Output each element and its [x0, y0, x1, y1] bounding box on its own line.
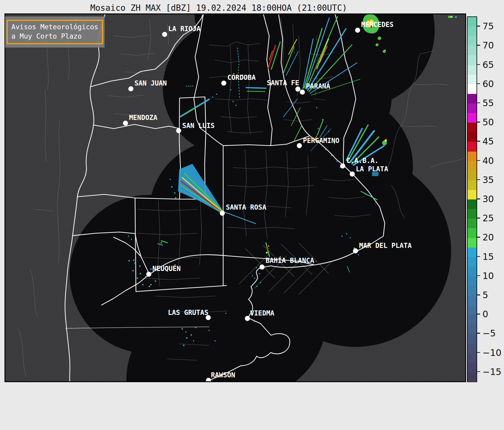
colorbar-segment	[468, 276, 477, 286]
colorbar-segment	[468, 75, 477, 84]
colorbar-tick-label: 20	[482, 232, 494, 243]
colorbar-segment	[468, 295, 477, 305]
colorbar-segment	[468, 286, 477, 295]
colorbar-tick-label: 25	[482, 213, 494, 223]
colorbar-tick-label: 5	[482, 290, 488, 300]
colorbar-segment	[468, 257, 477, 267]
colorbar-segment	[468, 152, 477, 161]
page-title: Mosaico ZH MAX [dBZ] 19.02.2024 18:00HOA…	[0, 3, 437, 13]
colorbar-segment	[468, 94, 477, 103]
city-marker	[221, 81, 226, 86]
colorbar-tick-label: −5	[482, 328, 496, 338]
colorbar-tick-label: 35	[482, 174, 494, 185]
warning-badge[interactable]: Avisos Meteorológicos a Muy Corto Plazo	[5, 16, 105, 48]
colorbar-segment	[468, 55, 477, 65]
city-label: MAR DEL PLATA	[359, 242, 412, 249]
colorbar-tick-mark	[477, 371, 480, 372]
colorbar-segment	[468, 324, 477, 334]
colorbar-segment	[468, 132, 477, 142]
colorbar-segment	[468, 315, 477, 324]
colorbar-tick-label: 50	[482, 117, 494, 127]
colorbar-tick-label: 75	[482, 21, 494, 31]
colorbar-segment	[468, 267, 477, 276]
colorbar-segment	[468, 17, 477, 27]
city-label: NEUQUÉN	[152, 264, 181, 272]
city-marker	[297, 143, 302, 148]
colorbar-segment	[468, 27, 477, 36]
city-marker	[176, 128, 181, 133]
colorbar-tick-mark	[477, 45, 480, 46]
city-label: PERGAMINO	[303, 137, 339, 144]
warning-badge-border: Avisos Meteorológicos a Muy Corto Plazo	[7, 20, 103, 44]
city-marker	[162, 32, 167, 37]
colorbar-segment	[468, 363, 477, 372]
city-marker	[123, 121, 128, 126]
warning-badge-line1: Avisos Meteorológicos	[11, 22, 98, 32]
colorbar-segment	[468, 248, 477, 257]
colorbar-tick-label: 70	[482, 40, 494, 51]
colorbar-segment	[468, 46, 477, 55]
colorbar-tick-label: 55	[482, 97, 494, 108]
colorbar-segment	[468, 84, 477, 94]
colorbar-tick-mark	[477, 295, 480, 295]
colorbar-tick-label: 0	[482, 309, 488, 319]
colorbar-tick-mark	[477, 141, 480, 142]
page-root: { "title": "Mosaico ZH MAX [dBZ] 19.02.2…	[0, 0, 504, 430]
colorbar-segment	[468, 113, 477, 123]
city-label: LAS GRUTAS	[168, 309, 208, 316]
colorbar-segment	[468, 103, 477, 113]
colorbar-segment	[468, 142, 477, 151]
city-marker	[245, 316, 250, 321]
radar-map: LA RIOJAMERCEDESSAN JUANCÓRDOBASANTA FEP…	[4, 13, 466, 382]
colorbar-tick-mark	[477, 160, 480, 161]
city-marker	[350, 172, 355, 177]
colorbar-tick-label: 45	[482, 136, 494, 147]
colorbar-tick-mark	[477, 237, 480, 238]
colorbar-segment	[468, 161, 477, 171]
footer: Servicio Meteorológico Nacional INTA Min…	[0, 382, 504, 430]
city-label: SANTA ROSA	[226, 203, 266, 211]
city-label: SAN JUAN	[134, 79, 167, 87]
colorbar-tick-label: 40	[482, 155, 494, 166]
colorbar-segment	[468, 180, 477, 190]
city-marker	[128, 86, 134, 92]
city-label: C.A.B.A.	[346, 157, 379, 164]
city-marker	[220, 211, 225, 216]
city-marker	[355, 28, 360, 33]
colorbar-segment	[468, 305, 477, 315]
colorbar-ticks: 757065605550454035302520151050−5−10−15	[477, 16, 504, 381]
city-label: LA PLATA	[356, 165, 388, 173]
colorbar-tick-mark	[477, 103, 480, 103]
colorbar-tick-label: 10	[482, 270, 494, 281]
colorbar-tick-label: 15	[482, 251, 494, 262]
colorbar-tick-mark	[477, 333, 480, 334]
city-marker	[295, 87, 301, 92]
colorbar-segment	[468, 209, 477, 219]
city-label: BAHÍA BLANCA	[266, 256, 314, 264]
city-marker	[340, 164, 345, 169]
colorbar-segment	[468, 171, 477, 180]
city-label: VIEDMA	[250, 309, 275, 317]
city-label: SANTA FE	[267, 79, 299, 87]
colorbar-tick-mark	[477, 275, 480, 276]
colorbar-segment	[468, 190, 477, 199]
colorbar-segment	[468, 228, 477, 238]
colorbar-tick-mark	[477, 199, 480, 199]
colorbar-tick-mark	[477, 83, 480, 84]
city-label: SAN LUIS	[182, 122, 215, 129]
colorbar-tick-label: −10	[482, 347, 501, 358]
warning-badge-line2: a Muy Corto Plazo	[11, 32, 98, 41]
colorbar	[467, 16, 477, 382]
colorbar-tick-mark	[477, 179, 480, 180]
city-label: LA RIOJA	[168, 25, 201, 33]
colorbar-tick-mark	[477, 352, 480, 353]
colorbar-tick-label: 30	[482, 194, 494, 204]
city-label: RAWSON	[211, 371, 235, 379]
colorbar-tick-mark	[477, 256, 480, 257]
colorbar-tick-mark	[477, 64, 480, 65]
colorbar-segments	[468, 17, 477, 382]
colorbar-segment	[468, 334, 477, 344]
city-marker	[300, 90, 305, 95]
city-marker	[260, 265, 265, 270]
colorbar-tick-label: −15	[482, 366, 501, 377]
